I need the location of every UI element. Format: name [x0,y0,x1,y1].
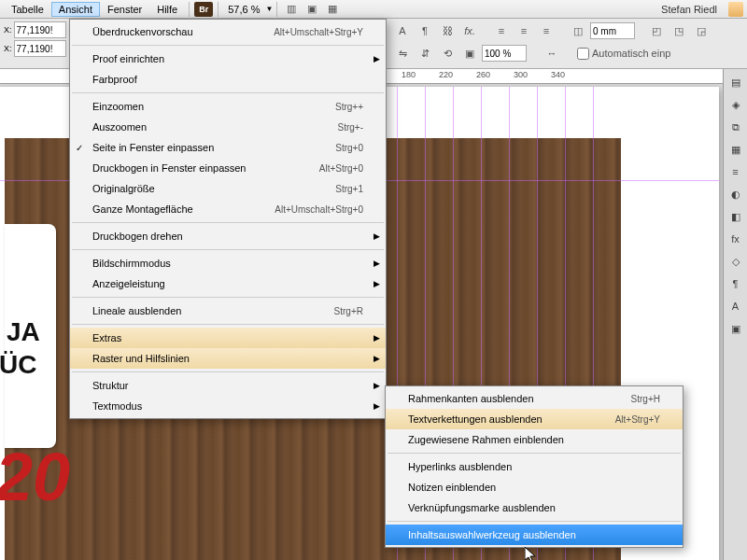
x-field[interactable] [14,21,66,38]
submenu-arrow-icon: ▶ [374,381,380,390]
separator [388,453,681,454]
separator [72,222,384,223]
user-name: Stefan Riedl [661,4,725,15]
x-label: X: [4,25,12,35]
user-avatar[interactable] [728,2,743,17]
fx-icon[interactable]: fx. [460,23,479,38]
submenu-arrow-icon: ▶ [374,354,380,363]
swatches-panel-icon[interactable]: ▦ [726,140,745,159]
separator [276,2,277,17]
menu-extras[interactable]: Extras▶ [70,328,386,348]
menu-ueberdrucken[interactable]: ÜberdruckenvorschauAlt+Umschalt+Strg+Y [70,21,386,42]
menu-originalgroesse[interactable]: OriginalgrößeStrg+1 [70,178,386,199]
align-right-icon[interactable]: ≡ [537,23,556,38]
separator [189,2,190,17]
panel-dock: ▤ ◈ ⧉ ▦ ≡ ◐ ◧ fx ◇ ¶ A ▣ [723,69,747,560]
text-wrap-icon[interactable]: ▣ [726,319,745,338]
menu-farbproof[interactable]: Farbproof [70,69,386,90]
resize-icon[interactable]: ↔ [543,46,561,61]
menu-ansicht[interactable]: Ansicht [51,2,100,17]
layers-panel-icon[interactable]: ◈ [726,95,745,114]
arrange-icon[interactable]: ▦ [323,2,342,17]
menu-bildschirmmodus[interactable]: Bildschirmmodus▶ [70,253,386,273]
stroke-field[interactable] [590,22,635,39]
rotate-icon[interactable]: ⟲ [438,46,457,61]
separator [72,371,384,372]
pages-panel-icon[interactable]: ▤ [726,73,745,91]
stroke-panel-icon[interactable]: ≡ [726,162,745,181]
gradient-panel-icon[interactable]: ◧ [726,207,745,226]
menu-seite-fenster[interactable]: ✓Seite in Fenster einpassenStrg+0 [70,137,386,158]
align-center-icon[interactable]: ≡ [514,23,533,38]
screen-mode-icon[interactable]: ▣ [303,2,321,17]
separator [218,2,218,17]
color-panel-icon[interactable]: ◐ [726,185,745,203]
menu-raster-hilfslinien[interactable]: Raster und Hilfslinien▶ [70,348,386,369]
crop-icon[interactable]: ◫ [569,23,587,38]
corner-icon[interactable]: ◰ [647,23,666,38]
corner-icon-3[interactable]: ◲ [692,23,711,38]
separator [72,45,384,46]
scale-field[interactable] [482,45,527,62]
flip-v-icon[interactable]: ⇵ [416,46,434,61]
links-panel-icon[interactable]: ⧉ [726,118,745,136]
fill-frame-icon[interactable]: ▣ [460,46,479,61]
corner-icon-2[interactable]: ◳ [669,23,688,38]
menu-lineale[interactable]: Lineale ausblendenStrg+R [70,301,386,321]
flip-h-icon[interactable]: ⇋ [393,46,412,61]
tear-text: ÜC [0,350,36,380]
year-text: 20 [0,439,70,515]
align-left-icon[interactable]: ≡ [492,23,511,38]
tear-text: JA [7,317,40,347]
menu-druckbogen-drehen[interactable]: Druckbogen drehen▶ [70,226,386,246]
submenu-zugewiesene-rahmen[interactable]: Zugewiesene Rahmen einblenden [386,429,683,450]
menu-struktur[interactable]: Struktur▶ [70,375,386,396]
submenu-textverkettungen[interactable]: Textverkettungen ausblendenAlt+Strg+Y [386,409,683,429]
menu-proof-einrichten[interactable]: Proof einrichten▶ [70,49,386,69]
menu-montageflaeche[interactable]: Ganze MontageflächeAlt+Umschalt+Strg+0 [70,199,386,219]
submenu-hyperlinks[interactable]: Hyperlinks ausblenden [386,456,683,477]
auto-fit-checkbox[interactable]: Automatisch einp [577,48,670,60]
view-options-icon[interactable]: ▥ [282,2,301,17]
bridge-icon[interactable]: Br [194,2,213,17]
submenu-arrow-icon: ▶ [374,279,380,288]
ruler-tick: 180 [402,70,416,79]
zoom-level[interactable]: 57,6 % [228,4,260,15]
separator [72,297,384,298]
paragraph-styles-icon[interactable]: ¶ [726,274,745,293]
separator [388,521,681,522]
application-menubar: Tabelle Ansicht Fenster Hilfe Br 57,6 % … [0,0,747,19]
submenu-verknuepfungsmarke[interactable]: Verknüpfungsmarke ausblenden [386,497,683,518]
submenu-arrow-icon: ▶ [374,231,380,241]
menu-hilfe[interactable]: Hilfe [149,2,185,17]
menu-anzeigeleistung[interactable]: Anzeigeleistung▶ [70,273,386,294]
y-field[interactable] [14,40,66,57]
effects-panel-icon[interactable]: fx [726,230,745,248]
menu-textmodus[interactable]: Textmodus▶ [70,396,386,416]
extras-submenu: Rahmenkanten ausblendenStrg+H Textverket… [385,385,684,548]
character-styles-icon[interactable]: A [726,297,745,315]
paragraph-panel-icon[interactable]: ¶ [416,23,434,38]
submenu-arrow-icon: ▶ [374,259,380,268]
menu-auszoomen[interactable]: AuszoomenStrg+- [70,117,386,137]
character-panel-icon[interactable]: A [393,23,412,38]
separator [72,324,384,325]
menu-fenster[interactable]: Fenster [100,2,149,17]
ansicht-menu: ÜberdruckenvorschauAlt+Umschalt+Strg+Y P… [69,19,387,419]
torn-paper[interactable]: JA ÜC [5,224,56,448]
menu-druckbogen-fenster[interactable]: Druckbogen in Fenster einpassenAlt+Strg+… [70,158,386,178]
dropdown-arrow-icon[interactable]: ▼ [266,5,274,13]
menu-einzoomen[interactable]: EinzoomenStrg++ [70,96,386,117]
submenu-inhaltsauswahlwerkzeug[interactable]: Inhaltsauswahlwerkzeug ausblenden [386,525,683,545]
ruler-tick: 220 [439,70,453,79]
submenu-arrow-icon: ▶ [374,401,380,411]
chain-icon[interactable]: ⛓ [438,23,457,38]
submenu-rahmenkanten[interactable]: Rahmenkanten ausblendenStrg+H [386,388,683,409]
auto-fit-check[interactable] [577,48,589,60]
object-styles-icon[interactable]: ◇ [726,252,745,271]
separator [72,249,384,250]
ruler-tick: 260 [476,70,490,79]
submenu-notizen[interactable]: Notizen einblenden [386,477,683,497]
menu-tabelle[interactable]: Tabelle [4,2,51,17]
ruler-tick: 340 [551,70,565,79]
